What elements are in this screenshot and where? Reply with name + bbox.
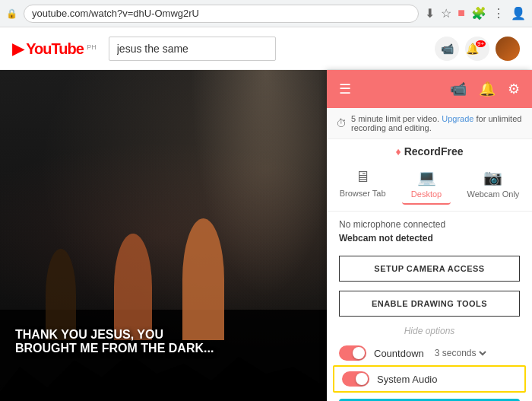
browser-bar: 🔒 youtube.com/watch?v=dhU-Omwg2rU ⬇ ☆ ■ … xyxy=(0,0,532,27)
record-camera-icon[interactable]: 📹 xyxy=(450,81,467,97)
clock-icon: ⏱ xyxy=(336,117,347,129)
header-icons: 📹 🔔 9+ xyxy=(435,37,520,61)
system-audio-toggle[interactable] xyxy=(342,371,369,387)
search-input[interactable] xyxy=(109,37,276,61)
brand-name: RecordFree xyxy=(404,145,464,158)
tab-browser-label: Browser Tab xyxy=(340,189,386,198)
webcam-icon: 📷 xyxy=(483,168,502,186)
countdown-select[interactable]: 3 seconds xyxy=(432,347,489,359)
hide-options-link[interactable]: Hide options xyxy=(327,321,532,341)
mic-status: No microphone connected xyxy=(339,219,520,230)
popup-header-icons: 📹 🔔 ⚙ xyxy=(450,81,520,97)
avatar[interactable] xyxy=(496,37,520,61)
rf-logo-icon: ♦ xyxy=(396,145,401,158)
status-area: No microphone connected Webcam not detec… xyxy=(327,212,532,251)
notifications-icon[interactable]: 🔔 9+ xyxy=(465,37,489,61)
system-audio-row: System Audio xyxy=(333,365,526,393)
menu-dots-icon[interactable]: ⋮ xyxy=(492,6,505,21)
hamburger-icon[interactable]: ☰ xyxy=(339,81,351,97)
tab-webcam-label: Webcam Only xyxy=(467,189,519,199)
ext-icon[interactable]: ■ xyxy=(458,6,465,21)
puzzle-icon[interactable]: 🧩 xyxy=(471,6,486,21)
bell-icon[interactable]: 🔔 xyxy=(479,81,496,97)
system-audio-knob xyxy=(356,373,368,385)
setup-camera-button[interactable]: SETUP CAMERA ACCESS xyxy=(339,256,520,282)
recordfree-popup: ☰ 📹 🔔 ⚙ ⏱ 5 minute limit per video. Upgr… xyxy=(327,70,532,401)
url-text: youtube.com/watch?v=dhU-Omwg2rU xyxy=(32,8,199,19)
lock-icon: 🔒 xyxy=(6,8,17,19)
enable-drawing-button[interactable]: ENABLE DRAWING TOOLS xyxy=(339,291,520,317)
countdown-label: Countdown xyxy=(374,348,424,359)
popup-header: ☰ 📹 🔔 ⚙ xyxy=(327,70,532,108)
webcam-status: Webcam not detected xyxy=(339,233,520,243)
browser-tab-icon: 🖥 xyxy=(355,168,370,186)
tab-browser[interactable]: 🖥 Browser Tab xyxy=(331,164,395,205)
countdown-toggle[interactable] xyxy=(339,345,366,361)
tab-desktop[interactable]: 💻 Desktop xyxy=(402,164,451,205)
star-icon[interactable]: ☆ xyxy=(441,6,451,21)
tab-webcam[interactable]: 📷 Webcam Only xyxy=(458,164,528,205)
yt-region: PH xyxy=(87,43,97,50)
system-audio-label: System Audio xyxy=(377,374,438,385)
url-bar[interactable]: youtube.com/watch?v=dhU-Omwg2rU xyxy=(24,5,419,23)
download-icon[interactable]: ⬇ xyxy=(425,6,435,21)
tab-desktop-label: Desktop xyxy=(411,189,442,199)
timer-notice: ⏱ 5 minute limit per video. Upgrade for … xyxy=(327,108,532,139)
profile-icon[interactable]: 👤 xyxy=(511,6,526,21)
timer-text: 5 minute limit per video. Upgrade for un… xyxy=(351,114,523,132)
youtube-header: ▶ YouTube PH 📹 🔔 9+ xyxy=(0,27,532,70)
youtube-logo: ▶ YouTube PH xyxy=(12,40,97,58)
mode-tabs: 🖥 Browser Tab 💻 Desktop 📷 Webcam Only xyxy=(327,161,532,212)
recordfree-logo: ♦ RecordFree xyxy=(327,139,532,161)
settings-icon[interactable]: ⚙ xyxy=(508,81,520,97)
countdown-row: Countdown 3 seconds xyxy=(327,341,532,365)
video-upload-icon[interactable]: 📹 xyxy=(435,37,459,61)
browser-action-icons: ⬇ ☆ ■ 🧩 ⋮ 👤 xyxy=(425,6,526,21)
upgrade-link[interactable]: Upgrade xyxy=(442,114,473,123)
desktop-icon: 💻 xyxy=(417,168,436,186)
video-subtitle: THANK YOU JESUS, YOU BROUGHT ME FROM THE… xyxy=(15,328,214,355)
toggle-knob xyxy=(353,347,365,359)
